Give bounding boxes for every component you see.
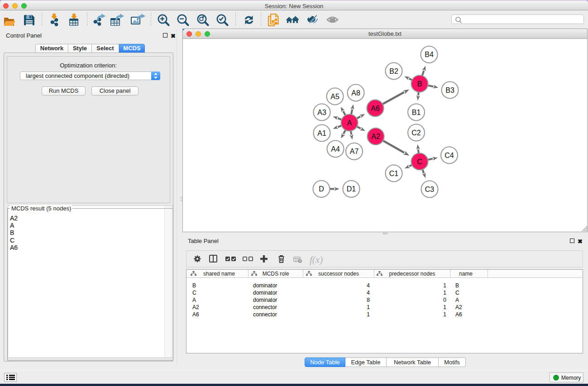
svg-text:f(x): f(x) — [310, 254, 323, 265]
svg-text:A: A — [347, 119, 352, 127]
svg-text:C3: C3 — [425, 186, 435, 193]
svg-text:B1: B1 — [412, 109, 421, 116]
svg-text:A8: A8 — [351, 89, 360, 97]
svg-text:A6: A6 — [371, 105, 380, 112]
svg-text:A4: A4 — [331, 145, 340, 153]
svg-text:A5: A5 — [330, 93, 339, 100]
svg-text:D1: D1 — [347, 185, 356, 193]
svg-text:C1: C1 — [389, 170, 399, 177]
svg-text:C2: C2 — [411, 129, 421, 137]
svg-text:C4: C4 — [445, 152, 454, 159]
svg-text:A3: A3 — [317, 109, 326, 116]
svg-text:A2: A2 — [371, 133, 380, 140]
svg-text:B2: B2 — [389, 67, 398, 75]
svg-text:B3: B3 — [445, 86, 454, 94]
svg-text:A7: A7 — [350, 148, 359, 155]
svg-text:D: D — [319, 185, 324, 193]
svg-text:B4: B4 — [425, 51, 434, 58]
svg-text:A1: A1 — [317, 129, 326, 137]
svg-text:C: C — [417, 158, 422, 166]
svg-text:B: B — [417, 80, 422, 88]
